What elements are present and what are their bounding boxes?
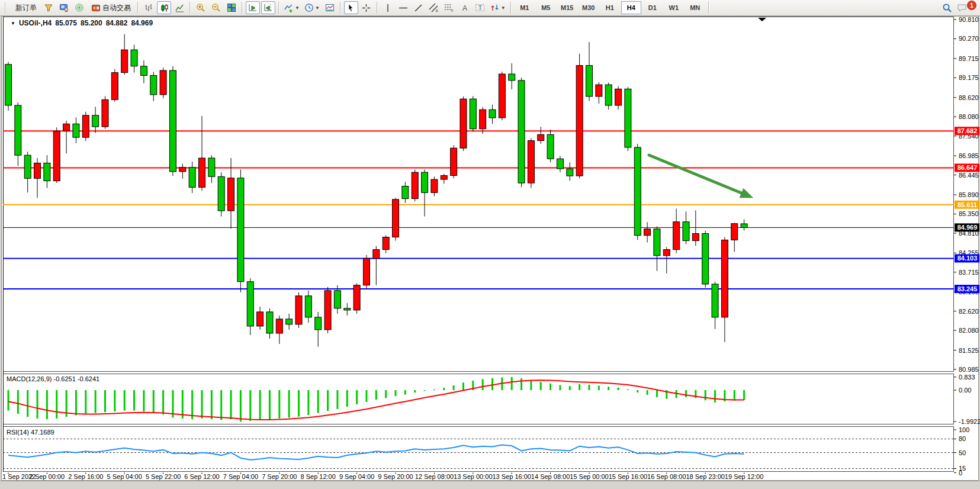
svg-text:T: T	[478, 4, 483, 11]
trend-arrow-annotation[interactable]	[649, 155, 753, 198]
auto-trading-label: 自动交易	[102, 3, 131, 13]
svg-text:6 Sep 12:00: 6 Sep 12:00	[184, 473, 219, 480]
separator	[137, 2, 139, 14]
crosshair-icon[interactable]	[359, 1, 374, 14]
periods-clock-icon	[304, 3, 314, 12]
tab-timeframe-mn[interactable]: MN	[685, 1, 705, 14]
svg-text:89.715: 89.715	[959, 55, 979, 62]
horizontal-line-icon[interactable]	[396, 1, 410, 14]
macd-indicator-label: MACD(12,26,9) -0.6251 -0.6241	[7, 375, 99, 382]
svg-text:82.620: 82.620	[959, 308, 979, 315]
chart-shift-marker[interactable]	[758, 18, 766, 21]
periods-button[interactable]: ▼	[303, 1, 322, 14]
svg-text:50: 50	[959, 449, 966, 456]
separator	[189, 2, 191, 14]
cursor-icon[interactable]	[344, 1, 358, 14]
signals-icon[interactable]	[72, 1, 86, 14]
trendline-icon[interactable]	[412, 1, 426, 14]
separator	[278, 2, 279, 14]
tab-timeframe-h4[interactable]: H4	[621, 1, 641, 14]
separator	[242, 2, 243, 14]
tab-timeframe-m5[interactable]: M5	[536, 1, 556, 14]
separator	[340, 2, 341, 14]
svg-text:81.525: 81.525	[959, 347, 979, 354]
svg-text:12 Sep 08:00: 12 Sep 08:00	[415, 473, 454, 480]
chart-shift-icon[interactable]	[261, 1, 275, 14]
window-bottom-strip	[0, 481, 980, 489]
svg-text:88.620: 88.620	[959, 94, 979, 101]
svg-text:0: 0	[959, 469, 962, 477]
separator	[510, 2, 512, 14]
line-chart-icon[interactable]	[172, 1, 187, 14]
text-icon[interactable]: A	[458, 1, 472, 14]
timeframe-buttons: M1M5M15M30H1H4D1W1MN	[514, 1, 706, 14]
svg-text:-1.9922: -1.9922	[959, 418, 980, 425]
svg-text:A: A	[462, 4, 467, 12]
high-value: 85.200	[81, 19, 102, 27]
svg-text:15 Sep 00:00: 15 Sep 00:00	[570, 473, 608, 480]
svg-text:5 Sep 22:00: 5 Sep 22:00	[146, 473, 181, 480]
svg-text:19 Sep 12:00: 19 Sep 12:00	[725, 473, 763, 480]
svg-text:E: E	[436, 9, 438, 12]
svg-text:80.985: 80.985	[959, 366, 979, 373]
auto-trading-button[interactable]: 自动交易	[88, 1, 134, 14]
svg-text:18 Sep 23:00: 18 Sep 23:00	[686, 473, 724, 480]
bar-chart-icon[interactable]	[142, 1, 156, 14]
zoom-out-icon[interactable]	[209, 1, 223, 14]
arrows-button[interactable]: ▼	[489, 1, 507, 14]
tile-windows-icon[interactable]	[224, 1, 239, 14]
close-value: 84.969	[131, 19, 153, 27]
svg-text:14 Sep 08:00: 14 Sep 08:00	[531, 473, 570, 480]
svg-text:85.611: 85.611	[957, 201, 977, 208]
svg-text:80: 80	[959, 435, 966, 442]
new-order-button[interactable]: 新订单	[12, 1, 40, 14]
candlestick-chart-icon[interactable]	[157, 1, 171, 14]
indicators-button[interactable]: ▼	[282, 1, 301, 14]
auto-trading-icon	[91, 3, 101, 12]
svg-text:85.350: 85.350	[959, 210, 979, 217]
svg-text:83.715: 83.715	[959, 269, 979, 276]
svg-text:83.245: 83.245	[957, 285, 978, 292]
notification-badge[interactable]: 1	[967, 1, 976, 10]
svg-text:9 Sep 20:00: 9 Sep 20:00	[378, 473, 413, 480]
svg-text:82.080: 82.080	[959, 327, 979, 334]
svg-text:87.682: 87.682	[957, 127, 978, 134]
separator	[708, 2, 709, 14]
templates-icon[interactable]	[323, 1, 337, 14]
fibonacci-icon[interactable]: F	[442, 1, 457, 14]
tab-timeframe-m15[interactable]: M15	[557, 1, 577, 14]
tab-timeframe-m1[interactable]: M1	[515, 1, 535, 14]
vertical-line-icon[interactable]	[381, 1, 395, 14]
horizontal-level-lines[interactable]	[3, 131, 954, 289]
collapse-triangle-icon[interactable]: ▼	[11, 21, 15, 26]
symbol-timeframe: USOil-,H4	[19, 19, 52, 27]
market-watch-icon[interactable]	[57, 1, 71, 14]
open-value: 85.075	[55, 19, 77, 27]
svg-text:7 Sep 04:00: 7 Sep 04:00	[223, 473, 258, 480]
zoom-in-icon[interactable]	[194, 1, 208, 14]
panel-frames	[4, 17, 954, 472]
mt4-window: 新订单	[0, 0, 980, 489]
tab-timeframe-w1[interactable]: W1	[664, 1, 684, 14]
svg-text:16 Sep 08:00: 16 Sep 08:00	[647, 473, 686, 480]
arrows-icon	[490, 3, 500, 12]
time-axis[interactable]: 1 Sep 20222 Sep 00:002 Sep 16:005 Sep 04…	[2, 472, 763, 480]
profile-icon[interactable]	[41, 1, 56, 14]
chart-canvas[interactable]: 0.8330.00-1.9922 1008050150 90.81090.270…	[0, 0, 980, 489]
search-icon[interactable]	[940, 1, 954, 14]
svg-text:86.647: 86.647	[957, 164, 978, 171]
price-axis[interactable]: 90.81090.27089.71589.17588.62088.08087.5…	[954, 16, 979, 373]
svg-text:0.833: 0.833	[959, 374, 975, 381]
svg-text:90.810: 90.810	[959, 16, 979, 23]
channel-icon[interactable]: E	[427, 1, 441, 14]
tab-timeframe-d1[interactable]: D1	[642, 1, 663, 14]
chevron-down-icon: ▼	[295, 5, 300, 11]
tab-timeframe-m30[interactable]: M30	[579, 1, 599, 14]
text-label-icon[interactable]: T	[473, 1, 487, 14]
tab-timeframe-h1[interactable]: H1	[600, 1, 620, 14]
svg-text:2 Sep 16:00: 2 Sep 16:00	[68, 473, 103, 480]
low-value: 84.882	[106, 19, 128, 27]
svg-text:5 Sep 04:00: 5 Sep 04:00	[107, 473, 142, 480]
svg-text:85.890: 85.890	[959, 191, 979, 198]
auto-scroll-icon[interactable]	[246, 1, 260, 14]
